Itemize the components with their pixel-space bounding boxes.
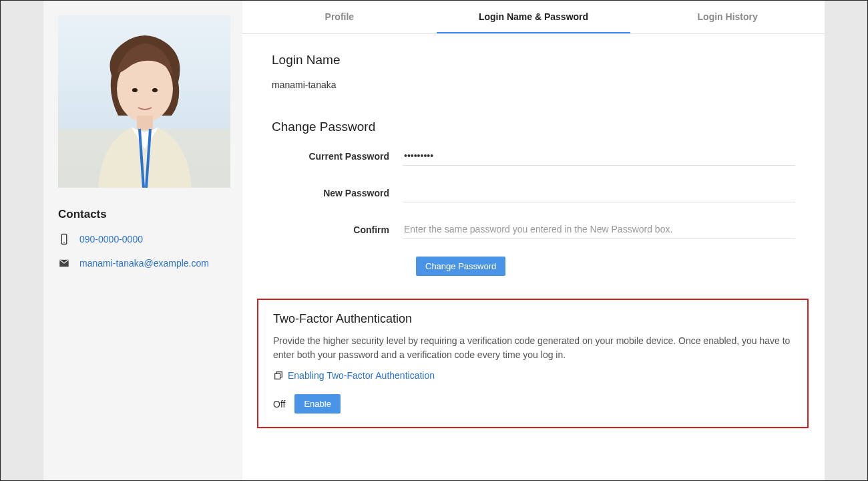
sidebar: Contacts 090-0000-0000 manami-tanaka@exa… [43,1,242,480]
contact-email-link[interactable]: manami-tanaka@example.com [79,258,209,269]
content-container: Contacts 090-0000-0000 manami-tanaka@exa… [43,1,825,480]
window-frame: Contacts 090-0000-0000 manami-tanaka@exa… [0,0,868,481]
change-password-button[interactable]: Change Password [416,257,505,276]
login-name-heading: Login Name [272,53,795,67]
confirm-password-label: Confirm [272,224,403,235]
enable-two-factor-button[interactable]: Enable [294,394,340,414]
change-password-heading: Change Password [272,120,795,134]
mail-icon [58,257,70,269]
new-password-label: New Password [272,188,403,198]
tab-login-password[interactable]: Login Name & Password [437,1,631,33]
two-factor-link-row: Enabling Two-Factor Authentication [273,370,793,381]
two-factor-section: Two-Factor Authentication Provide the hi… [257,299,809,428]
contact-phone-row: 090-0000-0000 [58,233,228,245]
two-factor-help-link[interactable]: Enabling Two-Factor Authentication [288,370,435,381]
confirm-password-input[interactable] [403,220,795,239]
external-link-icon [273,370,284,381]
login-name-value: manami-tanaka [272,79,795,90]
current-password-label: Current Password [272,151,403,162]
current-password-input[interactable] [403,146,795,166]
contact-email-row: manami-tanaka@example.com [58,257,228,269]
contacts-heading: Contacts [58,208,228,221]
svg-point-4 [152,88,158,92]
tab-content: Login Name manami-tanaka Change Password… [242,34,825,447]
new-password-row: New Password [272,183,795,202]
tab-profile[interactable]: Profile [242,1,437,33]
phone-icon [58,233,70,245]
main-panel: Profile Login Name & Password Login Hist… [242,1,825,480]
tab-login-history[interactable]: Login History [630,1,825,33]
avatar [58,15,230,188]
svg-rect-8 [275,373,280,379]
confirm-password-row: Confirm [272,220,795,239]
two-factor-description: Provide the higher security level by req… [273,334,793,362]
current-password-row: Current Password [272,146,795,166]
two-factor-status: Off [273,399,285,410]
contact-phone-link[interactable]: 090-0000-0000 [79,234,143,245]
two-factor-status-row: Off Enable [273,394,793,414]
svg-rect-5 [137,116,153,130]
two-factor-heading: Two-Factor Authentication [273,312,793,326]
tabs: Profile Login Name & Password Login Hist… [242,1,825,34]
new-password-input[interactable] [403,183,795,202]
svg-point-3 [132,88,138,92]
